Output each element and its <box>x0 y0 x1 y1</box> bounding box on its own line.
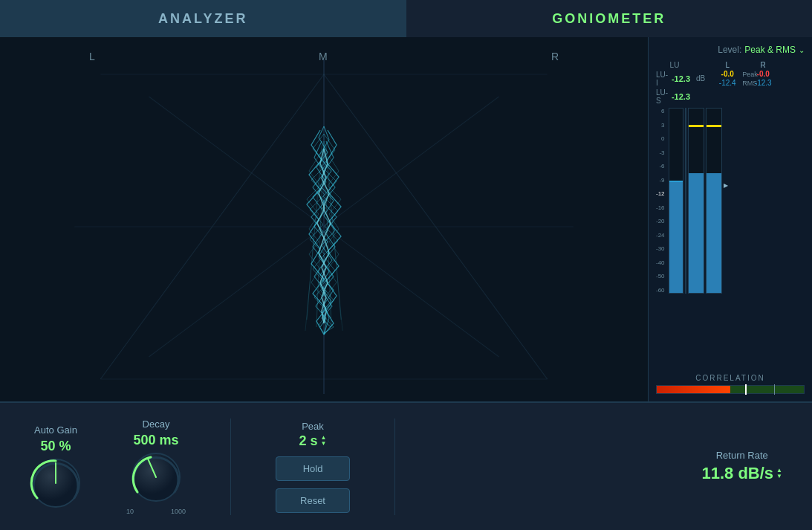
tab-analyzer[interactable]: ANALYZER <box>0 0 406 37</box>
hold-button[interactable]: Hold <box>276 456 350 481</box>
decay-label: Decay <box>143 418 170 430</box>
correlation-marker <box>745 384 747 395</box>
return-rate-label: Return Rate <box>716 450 768 461</box>
tab-goniometer[interactable]: GONIOMETER <box>406 0 813 37</box>
peak-control: Peak 2 s ▲ ▼ <box>299 421 327 449</box>
analyzer-area: L M R <box>0 37 649 401</box>
divider-1 <box>230 418 231 515</box>
decay-control: Decay 500 ms 10 1000 <box>126 418 186 515</box>
reset-button[interactable]: Reset <box>276 488 350 513</box>
auto-gain-knob-svg <box>30 457 82 509</box>
decay-tick-labels: 10 1000 <box>126 508 186 515</box>
lu-bar: ▶ <box>669 108 683 294</box>
db-label: dB <box>696 74 705 83</box>
r-rms-value: -12.3 <box>750 79 776 87</box>
lu-header: LU <box>656 61 693 69</box>
decay-knob[interactable] <box>130 451 182 503</box>
return-rate-arrows[interactable]: ▲ ▼ <box>776 468 782 479</box>
lu-s-value: -12.3 <box>672 92 690 101</box>
l-rms-value: -12.4 <box>714 79 741 87</box>
auto-gain-label: Auto Gain <box>34 424 77 436</box>
correlation-tick-right <box>774 384 775 395</box>
decay-min-label: 10 <box>126 508 134 515</box>
level-selector-value[interactable]: Peak & RMS <box>744 45 796 55</box>
decay-knob-svg <box>130 451 182 503</box>
r-peak-value: -0.0 <box>750 70 776 78</box>
divider-2 <box>394 418 395 515</box>
decay-max-label: 1000 <box>171 508 186 515</box>
correlation-label: CORRELATION <box>656 374 805 382</box>
rms-label: RMS <box>742 80 748 87</box>
decay-value: 500 ms <box>133 433 178 448</box>
peak-arrows[interactable]: ▲ ▼ <box>321 435 327 447</box>
auto-gain-control: Auto Gain 50 % <box>30 424 82 509</box>
meter-area: Level: Peak & RMS ⌄ LU LU-I -12.3 LU-S -… <box>649 37 812 401</box>
level-selector-label: Level: <box>718 45 741 55</box>
analyzer-tab-label: ANALYZER <box>158 11 247 27</box>
l-peak-value: -0.0 <box>714 70 741 78</box>
auto-gain-value: 50 % <box>40 439 71 454</box>
correlation-green <box>730 386 804 393</box>
col-l-header: L <box>714 61 741 69</box>
lu-s-label: LU-S <box>656 88 669 105</box>
return-rate-section: Return Rate 11.8 dB/s ▲ ▼ <box>701 450 782 483</box>
peak-section: Peak 2 s ▲ ▼ Hold Reset <box>276 421 350 513</box>
lu-i-value: -12.3 <box>672 74 690 83</box>
col-r-header: R <box>750 61 776 69</box>
level-selector-arrow[interactable]: ⌄ <box>799 46 805 54</box>
goniometer-tab-label: GONIOMETER <box>552 11 666 27</box>
auto-gain-knob[interactable] <box>30 457 82 509</box>
l-meter-bar <box>688 108 704 294</box>
bottom-controls: Auto Gain 50 % Decay <box>0 401 812 530</box>
correlation-bar <box>656 385 805 394</box>
r-meter-bar <box>706 108 722 294</box>
peak-value: 2 s <box>299 433 318 449</box>
return-rate-value: 11.8 dB/s <box>701 464 773 483</box>
peak-label: Peak <box>302 421 324 432</box>
correlation-red <box>657 386 730 393</box>
goniometer-display <box>0 37 648 401</box>
correlation-section: CORRELATION <box>656 374 805 394</box>
lu-i-label: LU-I <box>656 71 669 87</box>
peak-label: Peak <box>742 71 748 78</box>
level-selector[interactable]: Level: Peak & RMS ⌄ <box>656 45 805 55</box>
